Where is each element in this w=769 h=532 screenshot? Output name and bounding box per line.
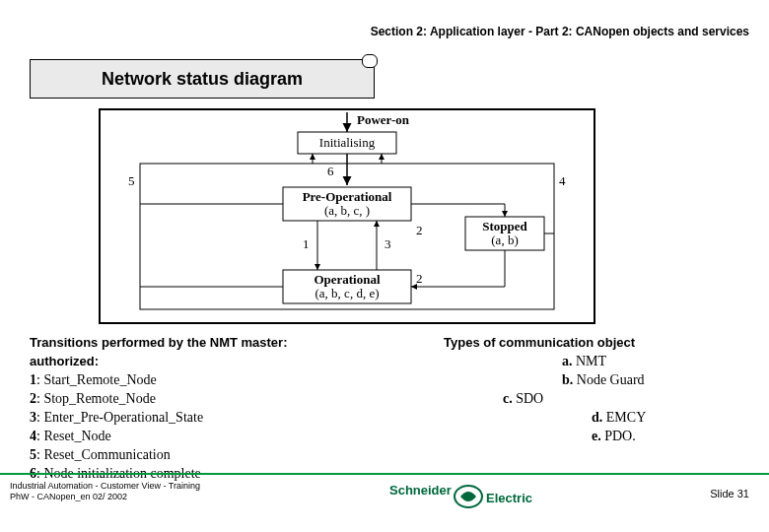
edge-2a: 2 [416,223,423,237]
transitions-list: Transitions performed by the NMT master:… [30,335,424,485]
state-stopped-sub: (a, b) [491,233,518,247]
footer-left: Industrial Automation - Customer View - … [10,481,200,502]
title-decoration [362,54,378,68]
type-c: c. SDO [503,391,739,407]
footer-line-1: Industrial Automation - Customer View - … [10,481,200,492]
slide-number: Slide 31 [710,488,749,499]
state-stopped: Stopped [482,219,527,233]
state-preop: Pre-Operational [303,189,392,204]
edge-1: 1 [303,236,310,251]
svg-text:Electric: Electric [486,491,532,505]
transition-1: 1: Start_Remote_Node [30,372,424,388]
type-a: a. NMT [562,354,739,369]
transitions-head-1: Transitions performed by the NMT master: [30,335,424,350]
state-operational-sub: (a, b, c, d, e) [315,286,380,300]
types-head: Types of communication object [444,335,739,350]
footer-divider [0,473,769,475]
transitions-head-2: authorized: [30,354,424,368]
type-e: e. PDO. [592,429,739,444]
state-diagram: Power-on Initialising 6 5 4 Pre-Operatio… [99,108,595,324]
transition-4: 4: Reset_Node [30,429,424,444]
section-header: Section 2: Application layer - Part 2: C… [371,25,749,38]
type-b: b. Node Guard [562,372,739,388]
slide-title: Network status diagram [30,59,375,99]
label-power-on: Power-on [357,112,410,127]
transition-3: 3: Enter_Pre-Operational_State [30,410,424,426]
transition-5: 5: Reset_Communication [30,447,424,463]
state-preop-sub: (a, b, c, ) [324,203,370,218]
state-initialising: Initialising [319,135,376,150]
slide-title-text: Network status diagram [102,69,303,89]
edge-2b: 2 [416,271,423,286]
brand-logo: Schneider Electric [389,481,557,510]
type-d: d. EMCY [592,410,739,426]
edge-4: 4 [559,173,566,188]
svg-text:Schneider: Schneider [389,483,452,498]
edge-3: 3 [384,236,391,251]
footer-line-2: PhW - CANopen_en 02/ 2002 [10,492,200,502]
transition-2: 2: Stop_Remote_Node [30,391,424,407]
types-list: Types of communication object a. NMT b. … [444,335,739,447]
state-operational: Operational [314,272,381,287]
edge-5: 5 [128,173,135,188]
slide-title-container: Network status diagram [30,59,375,99]
edge-6: 6 [327,164,334,178]
